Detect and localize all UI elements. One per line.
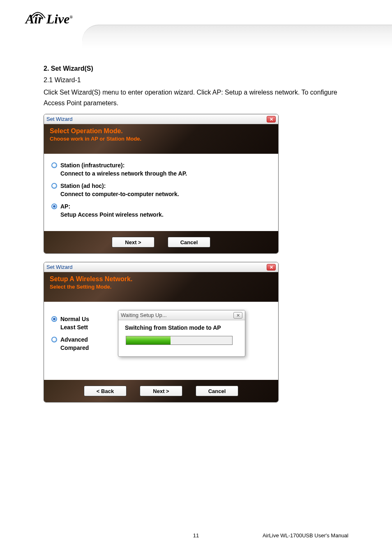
progress-title: Waiting Setup Up...: [121, 312, 167, 318]
radio-normal[interactable]: [51, 316, 57, 322]
dialog-header-sub: Choose work in AP or Station Mode.: [50, 136, 272, 142]
radio-label: Normal Us: [60, 316, 89, 322]
dialog-header: Setup A Wireless Network. Select the Set…: [44, 272, 278, 302]
wizard-dialog-2: Set Wizard ✕ Setup A Wireless Network. S…: [44, 262, 279, 402]
radio-label: Advanced: [60, 336, 88, 343]
dialog-header-sub: Select the Setting Mode.: [50, 284, 272, 290]
dialog-body: Normal Us Least Sett Advanced Compared W…: [44, 302, 278, 380]
header-stripe: [82, 25, 392, 49]
dialog-header: Select Operation Mode. Choose work in AP…: [44, 124, 278, 154]
registered-icon: ®: [70, 15, 73, 19]
radio-label: AP:: [60, 203, 70, 210]
radio-desc: Setup Access Point wireless network.: [60, 211, 271, 218]
radio-label: Station (ad hoc):: [60, 183, 106, 189]
progress-bar-fill: [126, 336, 171, 345]
radio-station-infra[interactable]: [51, 162, 57, 168]
progress-titlebar: Waiting Setup Up... ✕: [118, 310, 245, 320]
close-icon[interactable]: ✕: [267, 116, 276, 123]
back-button[interactable]: < Back: [84, 386, 127, 396]
dialog-footer: < Back Next > Cancel: [44, 380, 278, 402]
dialog-header-title: Select Operation Mode.: [50, 127, 272, 135]
radio-desc: Connect to a wireless network through th…: [60, 170, 271, 177]
page-number: 11: [193, 532, 199, 539]
radio-desc: Connect to computer-to-computer network.: [60, 191, 271, 197]
dialog-header-title: Setup A Wireless Network.: [50, 275, 272, 283]
progress-popup: Waiting Setup Up... ✕ Switching from Sta…: [118, 310, 245, 357]
section-heading: 2. Set Wizard(S): [44, 65, 351, 72]
brand-logo: Air Live®: [25, 12, 73, 27]
radio-advanced[interactable]: [51, 337, 57, 342]
dialog-title: Set Wizard: [46, 116, 73, 122]
wifi-arc-icon: [30, 10, 46, 19]
section-body: Click Set Wizard(S) menu to enter operat…: [44, 87, 351, 108]
close-icon[interactable]: ✕: [233, 312, 242, 319]
radio-label: Station (infrastructure):: [60, 162, 125, 169]
cancel-button[interactable]: Cancel: [196, 386, 238, 396]
radio-ap[interactable]: [51, 204, 57, 209]
page-footer: 11 AirLive WL-1700USB User's Manual: [0, 532, 392, 539]
wizard-dialog-1: Set Wizard ✕ Select Operation Mode. Choo…: [44, 114, 279, 254]
close-icon[interactable]: ✕: [267, 264, 276, 271]
radio-station-adhoc[interactable]: [51, 183, 57, 189]
dialog-titlebar: Set Wizard ✕: [44, 114, 278, 124]
dialog-body: Station (infrastructure): Connect to a w…: [44, 154, 278, 231]
next-button[interactable]: Next >: [112, 237, 154, 247]
progress-body: Switching from Station mode to AP: [118, 320, 245, 349]
progress-bar: [126, 336, 233, 345]
dialog-titlebar: Set Wizard ✕: [44, 262, 278, 272]
next-button[interactable]: Next >: [140, 386, 182, 396]
section-subheading: 2.1 Wizard-1: [44, 76, 351, 84]
dialog-title: Set Wizard: [46, 264, 73, 270]
progress-message: Switching from Station mode to AP: [125, 324, 238, 331]
cancel-button[interactable]: Cancel: [168, 237, 210, 247]
dialog-footer: Next > Cancel: [44, 231, 278, 253]
manual-title: AirLive WL-1700USB User's Manual: [263, 532, 348, 539]
